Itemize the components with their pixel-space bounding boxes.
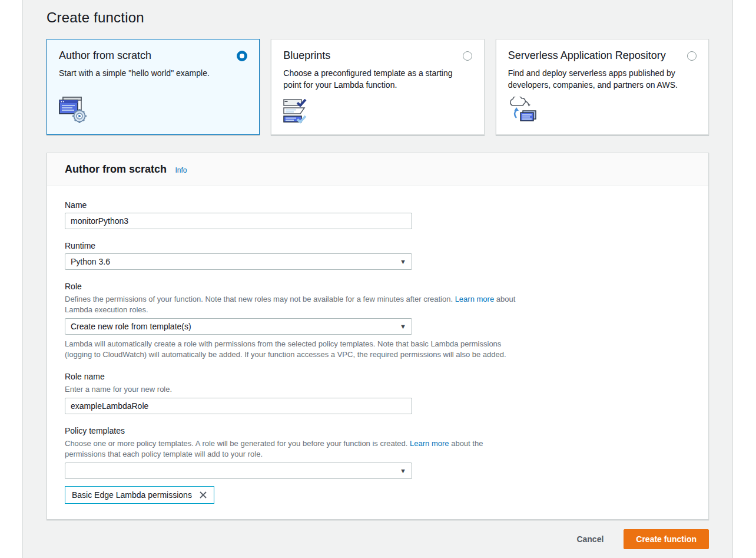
footer-actions: Cancel Create function [47, 529, 709, 549]
runtime-field-group: Runtime Python 3.6 ▼ [65, 241, 691, 270]
policy-templates-field-group: Policy templates Choose one or more poli… [65, 426, 691, 504]
policy-desc-text: Choose one or more policy templates. A r… [65, 439, 407, 448]
runtime-selected-value: Python 3.6 [71, 257, 110, 266]
chevron-down-icon: ▼ [400, 259, 406, 265]
main-content-area: Create function Author from scratch Star… [22, 0, 733, 558]
runtime-select[interactable]: Python 3.6 ▼ [65, 253, 412, 270]
card-description: Start with a simple "hello world" exampl… [59, 67, 241, 79]
card-title: Blueprints [283, 49, 330, 62]
policy-templates-label: Policy templates [65, 426, 691, 435]
role-desc-text: Defines the permissions of your function… [65, 295, 453, 303]
cloud-deploy-icon [508, 97, 539, 126]
role-select[interactable]: Create new role from template(s) ▼ [65, 318, 412, 335]
policy-template-tag: Basic Edge Lambda permissions [65, 486, 214, 504]
name-field-group: Name [65, 200, 691, 229]
templates-checkmarks-icon [283, 99, 313, 126]
card-title: Author from scratch [59, 49, 151, 62]
card-description: Find and deploy serverless apps publishe… [508, 67, 691, 91]
policy-templates-select[interactable]: ▼ [65, 463, 412, 479]
card-description: Choose a preconfigured template as a sta… [283, 67, 466, 91]
cancel-button[interactable]: Cancel [573, 534, 607, 544]
role-description: Defines the permissions of your function… [65, 294, 525, 315]
policy-templates-description: Choose one or more policy templates. A r… [65, 438, 525, 460]
role-learn-more-link[interactable]: Learn more [455, 295, 494, 303]
tag-label: Basic Edge Lambda permissions [72, 490, 192, 500]
role-field-group: Role Defines the permissions of your fun… [65, 282, 691, 360]
panel-header: Author from scratch Info [47, 153, 708, 186]
card-title: Serverless Application Repository [508, 49, 666, 62]
role-selected-value: Create new role from template(s) [71, 322, 191, 331]
author-from-scratch-panel: Author from scratch Info Name Runtime Py… [47, 153, 709, 520]
name-label: Name [65, 200, 691, 210]
card-serverless-application-repository[interactable]: Serverless Application Repository Find a… [496, 39, 709, 135]
role-name-label: Role name [65, 372, 691, 381]
name-input[interactable] [65, 213, 412, 229]
radio-unselected-icon[interactable] [687, 51, 697, 61]
page-title: Create function [47, 0, 709, 26]
role-label: Role [65, 282, 691, 291]
card-blueprints[interactable]: Blueprints Choose a preconfigured templa… [271, 39, 484, 135]
panel-title: Author from scratch [65, 163, 167, 175]
radio-unselected-icon[interactable] [463, 51, 472, 61]
policy-learn-more-link[interactable]: Learn more [410, 439, 449, 448]
chevron-down-icon: ▼ [400, 323, 406, 330]
code-window-gear-icon [59, 97, 89, 126]
role-name-description: Enter a name for your new role. [65, 384, 525, 395]
runtime-label: Runtime [65, 241, 691, 250]
create-function-button[interactable]: Create function [624, 529, 709, 549]
role-name-field-group: Role name Enter a name for your new role… [65, 372, 691, 414]
card-author-from-scratch[interactable]: Author from scratch Start with a simple … [47, 39, 260, 135]
info-link[interactable]: Info [175, 166, 187, 174]
close-icon[interactable] [199, 491, 207, 499]
function-type-cards: Author from scratch Start with a simple … [47, 39, 709, 135]
radio-selected-icon[interactable] [237, 51, 247, 61]
role-help-text: Lambda will automatically create a role … [65, 339, 525, 360]
role-name-input[interactable] [65, 398, 412, 414]
chevron-down-icon: ▼ [400, 468, 406, 474]
